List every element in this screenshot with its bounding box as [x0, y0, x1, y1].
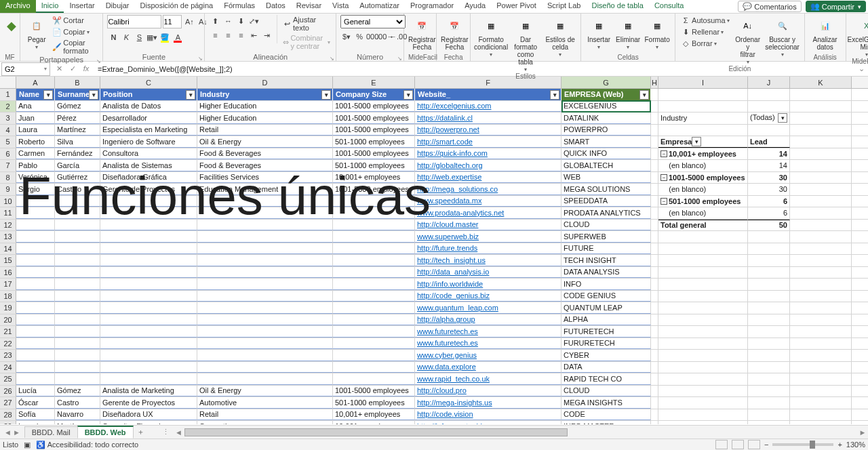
cell[interactable]: Gómez [55, 101, 100, 112]
cell[interactable]: CYBER [561, 350, 651, 361]
cell[interactable] [16, 255, 55, 266]
cell[interactable] [100, 314, 197, 326]
cell[interactable]: FUTURE [561, 243, 651, 255]
bold-button[interactable]: N [107, 31, 119, 43]
cell[interactable]: 1001-5000 employees [333, 112, 415, 124]
pivot-cell[interactable] [790, 267, 852, 279]
pivot-cell[interactable]: (Todas)▾ [748, 112, 790, 124]
cell[interactable]: Facilities Services [197, 172, 333, 184]
pivot-cell[interactable]: 50 [748, 220, 790, 231]
pivot-cell[interactable] [748, 267, 790, 279]
cell[interactable]: Gerente de Proyectos [100, 184, 197, 195]
cell[interactable]: GLOBALTECH [561, 160, 651, 171]
table-header[interactable]: Company Size▾ [333, 89, 415, 100]
cell[interactable] [197, 243, 333, 255]
cell[interactable] [16, 207, 55, 219]
cell[interactable]: http://future.trends [415, 243, 561, 255]
website-link[interactable]: www.rapid_tech.co.uk [417, 375, 490, 383]
cell[interactable]: Automotive [197, 397, 333, 409]
comments-button[interactable]: 💬 Comentarios [738, 1, 801, 12]
cell[interactable]: FURURETECH [561, 338, 651, 350]
percent-format-icon[interactable]: % [353, 30, 366, 43]
cell[interactable]: www.futuretech.es [415, 326, 561, 338]
registrar-fecha-button2[interactable]: 📅RegistrarFecha [441, 15, 469, 51]
cell[interactable]: Martínez [55, 421, 100, 424]
pivot-cell[interactable]: (en blanco) [658, 184, 748, 195]
website-link[interactable]: http://cloud.pro [417, 386, 467, 394]
cell[interactable]: Food & Beverages [197, 148, 333, 160]
merge-center-button[interactable]: ⇔Combinar y centrar ▾ [281, 33, 332, 51]
cell[interactable] [16, 220, 55, 231]
cell[interactable] [100, 231, 197, 243]
cell[interactable]: Desarrollador [100, 112, 197, 124]
indent-decrease-icon[interactable]: ⇤ [248, 29, 260, 41]
col-A[interactable]: A [16, 77, 55, 88]
cell[interactable] [197, 220, 333, 231]
website-link[interactable]: https://datalink.cl [417, 114, 473, 122]
cell[interactable]: Ana [16, 101, 55, 112]
cell[interactable]: http://excelgenius.com [415, 101, 561, 112]
cell[interactable] [100, 267, 197, 279]
website-link[interactable]: www.quantum_leap.com [417, 304, 498, 312]
registrar-fecha-button[interactable]: 📅Registrar Fecha [408, 15, 436, 51]
cell[interactable]: CODE GENIUS [561, 291, 651, 302]
cell[interactable]: Martínez [55, 125, 100, 136]
website-link[interactable]: http://data_analysis.io [417, 268, 489, 276]
cell[interactable]: Analista de Marketing [100, 386, 197, 397]
cell[interactable] [333, 291, 415, 302]
pivot-cell[interactable] [790, 326, 852, 338]
pivot-cell[interactable] [658, 350, 748, 361]
cell[interactable]: RAPID TECH CO [561, 373, 651, 385]
cell[interactable] [197, 291, 333, 302]
cell[interactable] [333, 338, 415, 350]
pivot-cell[interactable] [748, 125, 790, 136]
filter-icon[interactable]: ▾ [321, 90, 331, 100]
website-link[interactable]: http://smart.code [417, 138, 473, 146]
table-header[interactable]: Surname▾ [55, 89, 100, 100]
cell[interactable] [55, 350, 100, 361]
pivot-cell[interactable] [748, 338, 790, 350]
find-select-button[interactable]: 🔍Buscar y seleccionar [765, 15, 800, 58]
cell[interactable]: 1001-5000 employees [333, 148, 415, 160]
pivot-cell[interactable]: 6 [748, 207, 790, 219]
cell[interactable]: Silva [55, 136, 100, 148]
zoom-level[interactable]: 130% [846, 441, 865, 449]
website-link[interactable]: www.speeddata.mx [417, 197, 481, 205]
cell[interactable]: SMART [561, 136, 651, 148]
cell[interactable]: Pablo [16, 160, 55, 171]
cell[interactable]: http://cloud.master [415, 220, 561, 231]
mf-button[interactable]: ◆ [4, 15, 19, 35]
cell[interactable]: www.quantum_leap.com [415, 302, 561, 314]
cell[interactable]: 1001-5000 employees [333, 101, 415, 112]
cell[interactable] [16, 267, 55, 279]
cell[interactable]: García [55, 160, 100, 171]
website-link[interactable]: http://excelgenius.com [417, 102, 491, 110]
website-link[interactable]: http://mega_solutions.co [417, 185, 498, 193]
cancel-formula-icon[interactable]: ✕ [53, 64, 65, 73]
cell[interactable] [100, 243, 197, 255]
cell[interactable] [333, 231, 415, 243]
pivot-cell[interactable] [790, 302, 852, 314]
zoom-in-icon[interactable]: + [837, 441, 842, 449]
cell[interactable] [16, 362, 55, 373]
website-link[interactable]: http://cloud.master [417, 220, 479, 228]
website-link[interactable]: http://powerpro.net [417, 125, 479, 134]
cell[interactable] [197, 338, 333, 350]
cell[interactable] [197, 373, 333, 385]
website-link[interactable]: www.data.explore [417, 363, 476, 371]
cell[interactable]: ALPHA [561, 314, 651, 326]
cell[interactable]: Analista de Datos [100, 101, 197, 112]
table-header[interactable]: Industry▾ [197, 89, 333, 100]
cell[interactable]: www.cyber.genius [415, 350, 561, 361]
cell[interactable]: Gutiérrez [55, 172, 100, 184]
cell[interactable]: Consultora [100, 148, 197, 160]
cell[interactable] [100, 279, 197, 290]
clear-button[interactable]: ◇Borrar ▾ [679, 38, 731, 49]
cell[interactable]: Ignacio [16, 421, 55, 424]
website-link[interactable]: http://code.vision [417, 410, 473, 418]
pivot-cell[interactable] [748, 326, 790, 338]
delete-cells-button[interactable]: ▦Eliminar [614, 15, 642, 50]
cell[interactable]: 1001-5000 employees [333, 184, 415, 195]
cell[interactable] [197, 255, 333, 266]
website-link[interactable]: http://tech_insight.us [417, 256, 486, 264]
